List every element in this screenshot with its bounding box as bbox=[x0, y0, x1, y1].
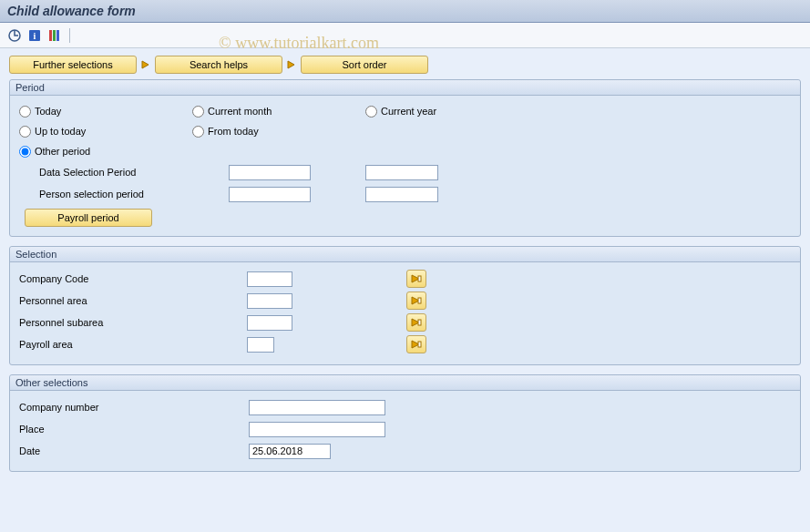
radio-current-year[interactable] bbox=[365, 106, 377, 118]
radio-label[interactable]: Current month bbox=[208, 106, 272, 117]
selection-group: Selection Company Code Personnel area Pe… bbox=[9, 246, 801, 365]
radio-label[interactable]: From today bbox=[208, 126, 259, 137]
radio-current-month[interactable] bbox=[192, 106, 204, 118]
svg-rect-3 bbox=[49, 30, 52, 41]
group-title: Selection bbox=[10, 247, 800, 262]
period-group: Period Today Current month Current year bbox=[9, 79, 801, 237]
to-label: To bbox=[311, 167, 365, 178]
execute-icon[interactable] bbox=[7, 28, 22, 43]
sort-order-button[interactable]: Sort order bbox=[301, 56, 428, 74]
personnel-subarea-multiselect-button[interactable] bbox=[406, 313, 426, 332]
content-area: Further selections Search helps Sort ord… bbox=[0, 48, 810, 488]
svg-rect-9 bbox=[418, 342, 421, 347]
group-title: Other selections bbox=[10, 375, 800, 391]
svg-rect-7 bbox=[418, 298, 421, 303]
svg-rect-5 bbox=[56, 30, 59, 41]
personnel-area-input[interactable] bbox=[247, 293, 292, 309]
company-code-label: Company Code bbox=[19, 273, 247, 284]
person-selection-period-label: Person selection period bbox=[19, 189, 229, 200]
radio-label[interactable]: Current year bbox=[381, 106, 436, 117]
data-selection-from-input[interactable] bbox=[229, 165, 311, 180]
company-number-input[interactable] bbox=[249, 400, 385, 415]
svg-rect-6 bbox=[418, 276, 421, 281]
company-number-label: Company number bbox=[19, 402, 249, 413]
radio-other-period[interactable] bbox=[19, 146, 31, 158]
person-selection-from-input[interactable] bbox=[229, 187, 311, 202]
selection-button-row: Further selections Search helps Sort ord… bbox=[9, 56, 801, 74]
person-selection-to-input[interactable] bbox=[365, 187, 438, 202]
payroll-period-button[interactable]: Payroll period bbox=[25, 209, 152, 227]
info-icon[interactable]: i bbox=[27, 28, 42, 43]
place-input[interactable] bbox=[249, 422, 385, 437]
radio-up-to-today[interactable] bbox=[19, 126, 31, 138]
personnel-area-multiselect-button[interactable] bbox=[406, 292, 426, 310]
toolbar-separator bbox=[69, 28, 70, 43]
app-toolbar: i bbox=[0, 23, 810, 48]
personnel-subarea-input[interactable] bbox=[247, 315, 292, 331]
further-selections-button[interactable]: Further selections bbox=[9, 56, 137, 74]
data-selection-period-label: Data Selection Period bbox=[19, 167, 229, 178]
radio-label[interactable]: Other period bbox=[35, 146, 90, 157]
page-title: Child allowance form bbox=[0, 0, 810, 23]
personnel-area-label: Personnel area bbox=[19, 295, 247, 306]
data-selection-to-input[interactable] bbox=[365, 165, 438, 180]
company-code-multiselect-button[interactable] bbox=[406, 270, 426, 288]
svg-rect-8 bbox=[418, 320, 421, 325]
other-selections-group: Other selections Company number Place Da… bbox=[9, 374, 801, 472]
radio-label[interactable]: Today bbox=[35, 106, 61, 117]
svg-rect-4 bbox=[53, 30, 56, 41]
payroll-area-multiselect-button[interactable] bbox=[406, 335, 426, 353]
group-title: Period bbox=[10, 80, 800, 96]
color-legend-icon[interactable] bbox=[47, 28, 62, 43]
arrow-icon bbox=[140, 56, 151, 74]
date-input[interactable] bbox=[249, 444, 331, 459]
radio-label[interactable]: Up to today bbox=[35, 126, 86, 137]
payroll-area-input[interactable] bbox=[247, 337, 274, 353]
date-label: Date bbox=[19, 445, 249, 456]
arrow-icon bbox=[286, 56, 297, 74]
personnel-subarea-label: Personnel subarea bbox=[19, 317, 247, 328]
radio-from-today[interactable] bbox=[192, 126, 204, 138]
to-label: To bbox=[311, 189, 365, 200]
payroll-area-label: Payroll area bbox=[19, 339, 247, 350]
search-helps-button[interactable]: Search helps bbox=[155, 56, 282, 74]
svg-text:i: i bbox=[34, 31, 36, 41]
radio-today[interactable] bbox=[19, 106, 31, 118]
company-code-input[interactable] bbox=[247, 271, 292, 287]
place-label: Place bbox=[19, 424, 249, 435]
